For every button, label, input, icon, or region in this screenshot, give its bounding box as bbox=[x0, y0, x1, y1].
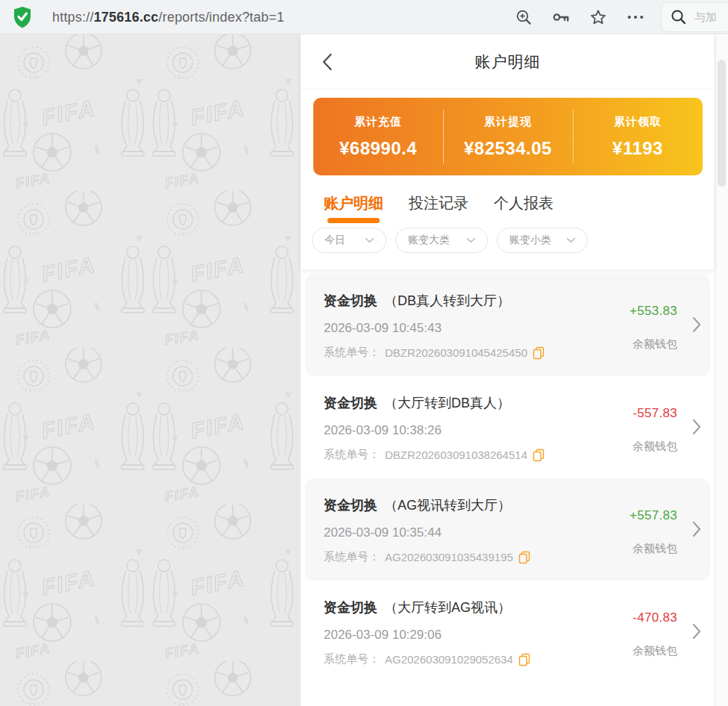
search-icon bbox=[671, 9, 687, 25]
url-path: /reports/index?tab=1 bbox=[159, 10, 285, 25]
chevron-right-icon bbox=[692, 521, 701, 537]
transaction-amount: +553.83 bbox=[630, 304, 677, 319]
chevron-down-icon bbox=[365, 237, 374, 243]
url-scheme: https:// bbox=[52, 10, 94, 25]
screenshot-stage: https://175616.cc/reports/index?tab=1 bbox=[0, 0, 728, 706]
fifa-watermark-pattern: FIFA bbox=[0, 34, 301, 706]
summary-label: 累计充值 bbox=[354, 115, 402, 129]
fifa-watermark-background: FIFA bbox=[0, 34, 301, 706]
copy-icon[interactable] bbox=[518, 551, 530, 564]
search-hint-text: 与加 bbox=[694, 10, 717, 25]
order-number: DBZR202603091045425450 bbox=[385, 346, 527, 359]
transaction-amount-block: -470.83 余额钱包 bbox=[633, 610, 677, 658]
password-key-icon[interactable] bbox=[552, 8, 570, 26]
transaction-wallet: 余额钱包 bbox=[633, 644, 677, 658]
summary-label: 累计领取 bbox=[614, 115, 662, 129]
summary-total-deposit: 累计充值 ¥68990.4 bbox=[313, 98, 443, 175]
bookmark-star-icon[interactable] bbox=[589, 8, 607, 26]
scrollbar-thumb[interactable] bbox=[718, 60, 726, 187]
copy-icon[interactable] bbox=[533, 346, 545, 360]
transaction-note: （AG视讯转到大厅） bbox=[384, 496, 511, 514]
transaction-wallet: 余额钱包 bbox=[633, 440, 677, 454]
filter-label: 账变大类 bbox=[408, 234, 450, 247]
transaction-type: 资金切换 bbox=[324, 292, 377, 310]
copy-icon[interactable] bbox=[518, 653, 530, 666]
browser-address-bar: https://175616.cc/reports/index?tab=1 bbox=[0, 0, 728, 34]
order-number: AG202603091029052634 bbox=[385, 653, 513, 666]
tab-label: 个人报表 bbox=[494, 195, 553, 211]
chevron-down-icon bbox=[566, 237, 576, 243]
summary-total-withdraw: 累计提现 ¥82534.05 bbox=[443, 98, 573, 175]
filter-bar: 今日 账变大类 账变小类 bbox=[312, 228, 715, 253]
tab-label: 账户明细 bbox=[324, 195, 383, 211]
summary-value: ¥68990.4 bbox=[339, 138, 417, 159]
page-header: 账户明细 bbox=[301, 34, 715, 90]
transaction-note: （DB真人转到大厅） bbox=[384, 292, 510, 310]
panel-top-section: 账户明细 累计充值 ¥68990.4 累计提现 ¥82534.05 累计领取 ¥… bbox=[301, 34, 715, 269]
transaction-amount: -470.83 bbox=[633, 610, 677, 625]
side-search-box[interactable]: 与加 bbox=[661, 2, 728, 32]
filter-major-category-dropdown[interactable]: 账变大类 bbox=[395, 228, 488, 253]
transaction-list: 资金切换 （DB真人转到大厅） 2026-03-09 10:45:43 系统单号… bbox=[301, 269, 715, 683]
transaction-row[interactable]: 资金切换 （AG视讯转到大厅） 2026-03-09 10:35:44 系统单号… bbox=[305, 478, 710, 581]
order-number: DBZR202603091038264514 bbox=[385, 449, 527, 461]
transaction-type: 资金切换 bbox=[324, 394, 377, 412]
filter-label: 账变小类 bbox=[509, 234, 551, 247]
order-prefix: 系统单号： bbox=[324, 652, 380, 666]
security-shield-icon[interactable] bbox=[12, 6, 33, 31]
filter-label: 今日 bbox=[324, 234, 345, 247]
transaction-amount-block: -557.83 余额钱包 bbox=[633, 406, 677, 454]
more-menu-icon[interactable] bbox=[627, 8, 644, 26]
transaction-row[interactable]: 资金切换 （大厅转到DB真人） 2026-03-09 10:38:26 系统单号… bbox=[301, 376, 715, 478]
tab-account-detail[interactable]: 账户明细 bbox=[324, 193, 383, 223]
zoom-in-icon[interactable] bbox=[515, 8, 533, 26]
summary-label: 累计提现 bbox=[484, 115, 532, 129]
page-title: 账户明细 bbox=[475, 51, 541, 72]
transaction-wallet: 余额钱包 bbox=[630, 542, 677, 556]
url-field[interactable]: https://175616.cc/reports/index?tab=1 bbox=[52, 0, 284, 34]
chevron-right-icon bbox=[692, 623, 701, 640]
order-number: AG202603091035439195 bbox=[385, 551, 513, 563]
browser-toolbar-icons bbox=[515, 0, 644, 34]
transaction-amount-block: +553.83 余额钱包 bbox=[630, 304, 677, 352]
summary-card: 累计充值 ¥68990.4 累计提现 ¥82534.05 累计领取 ¥1193 bbox=[313, 98, 703, 175]
summary-value: ¥82534.05 bbox=[464, 138, 552, 159]
filter-date-dropdown[interactable]: 今日 bbox=[312, 228, 386, 253]
summary-value: ¥1193 bbox=[612, 138, 663, 159]
chevron-right-icon bbox=[692, 419, 701, 435]
chevron-right-icon bbox=[692, 316, 701, 333]
order-prefix: 系统单号： bbox=[324, 448, 380, 462]
filter-minor-category-dropdown[interactable]: 账变小类 bbox=[497, 228, 588, 253]
tab-bet-records[interactable]: 投注记录 bbox=[409, 193, 468, 223]
back-button[interactable] bbox=[321, 53, 333, 71]
order-prefix: 系统单号： bbox=[324, 550, 380, 564]
tab-label: 投注记录 bbox=[409, 195, 468, 211]
transaction-amount-block: +557.83 余额钱包 bbox=[630, 508, 677, 556]
copy-icon[interactable] bbox=[533, 449, 545, 462]
transaction-row[interactable]: 资金切换 （DB真人转到大厅） 2026-03-09 10:45:43 系统单号… bbox=[305, 274, 710, 376]
transaction-row[interactable]: 资金切换 （大厅转到AG视讯） 2026-03-09 10:29:06 系统单号… bbox=[301, 581, 715, 683]
chevron-down-icon bbox=[466, 237, 476, 243]
tab-personal-report[interactable]: 个人报表 bbox=[494, 193, 553, 223]
browser-scrollbar[interactable] bbox=[715, 34, 728, 706]
transaction-note: （大厅转到DB真人） bbox=[384, 394, 510, 412]
transaction-note: （大厅转到AG视讯） bbox=[384, 599, 511, 616]
transaction-type: 资金切换 bbox=[324, 599, 377, 616]
tab-bar: 账户明细 投注记录 个人报表 bbox=[324, 193, 715, 223]
active-tab-underline bbox=[327, 218, 380, 223]
summary-total-claimed: 累计领取 ¥1193 bbox=[573, 98, 703, 175]
transaction-type: 资金切换 bbox=[324, 496, 377, 514]
url-domain: 175616.cc bbox=[94, 10, 159, 25]
transaction-amount: -557.83 bbox=[633, 406, 677, 421]
transaction-wallet: 余额钱包 bbox=[630, 337, 677, 352]
transaction-amount: +557.83 bbox=[630, 508, 677, 523]
account-detail-panel: 账户明细 累计充值 ¥68990.4 累计提现 ¥82534.05 累计领取 ¥… bbox=[301, 34, 715, 706]
order-prefix: 系统单号： bbox=[324, 346, 380, 360]
